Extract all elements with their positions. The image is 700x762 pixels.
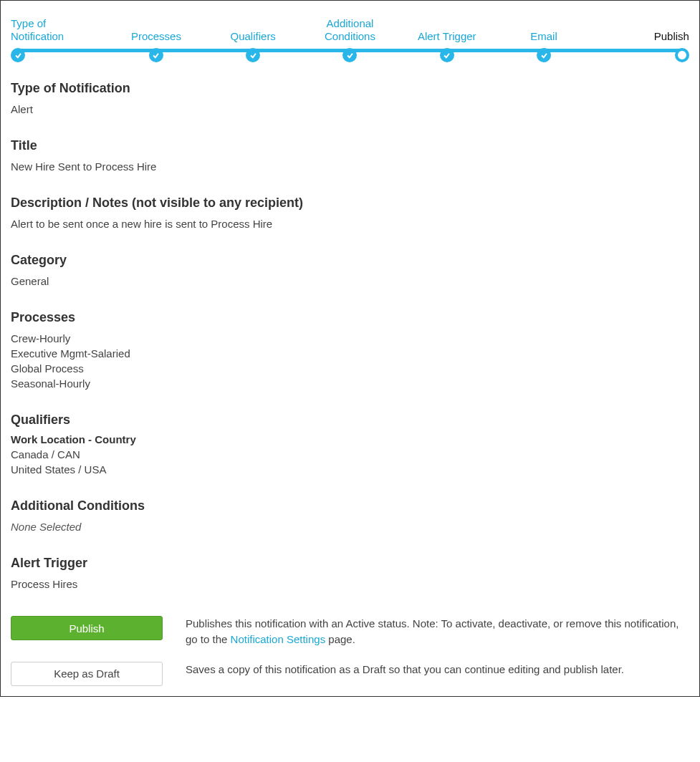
section-additional-conditions: Additional Conditions None Selected (11, 498, 689, 534)
step-label: Publish (654, 16, 689, 44)
actions-area: Publish Publishes this notification with… (11, 616, 689, 686)
list-item: Canada / CAN (11, 447, 689, 462)
section-processes: Processes Crew-HourlyExecutive Mgmt-Sala… (11, 310, 689, 391)
step-current-icon (675, 48, 689, 62)
section-alert-trigger: Alert Trigger Process Hires (11, 556, 689, 592)
list-item: Global Process (11, 361, 689, 376)
section-type-of-notification: Type of Notification Alert (11, 81, 689, 117)
section-value: General (11, 274, 689, 289)
publish-review-page: Type of NotificationProcessesQualifiersA… (0, 0, 700, 697)
check-icon (246, 48, 260, 62)
check-icon (440, 48, 454, 62)
section-value: New Hire Sent to Process Hire (11, 159, 689, 174)
list-item: Crew-Hourly (11, 331, 689, 346)
section-heading: Qualifiers (11, 413, 689, 428)
qualifiers-list: Canada / CANUnited States / USA (11, 447, 689, 477)
section-heading: Additional Conditions (11, 498, 689, 513)
check-icon (342, 48, 357, 62)
step-label: Alert Trigger (418, 16, 476, 44)
publish-row: Publish Publishes this notification with… (11, 616, 689, 647)
notification-settings-link[interactable]: Notification Settings (231, 633, 326, 645)
section-value: Alert to be sent once a new hire is sent… (11, 216, 689, 231)
step-publish: Publish (593, 16, 689, 62)
section-heading: Alert Trigger (11, 556, 689, 571)
section-value: Alert (11, 102, 689, 117)
processes-list: Crew-HourlyExecutive Mgmt-SalariedGlobal… (11, 331, 689, 391)
step-processes[interactable]: Processes (107, 16, 204, 62)
check-icon (537, 48, 551, 62)
list-item: Executive Mgmt-Salaried (11, 346, 689, 361)
list-item: Seasonal-Hourly (11, 376, 689, 391)
step-label: Qualifiers (231, 16, 276, 44)
step-label: Email (530, 16, 557, 44)
keep-as-draft-button[interactable]: Keep as Draft (11, 662, 163, 686)
draft-row: Keep as Draft Saves a copy of this notif… (11, 662, 689, 686)
section-qualifiers: Qualifiers Work Location - Country Canad… (11, 413, 689, 477)
section-value: Process Hires (11, 577, 689, 592)
qualifiers-sub-label: Work Location - Country (11, 433, 689, 445)
step-email[interactable]: Email (495, 16, 592, 62)
publish-desc-after: page. (325, 633, 355, 645)
check-icon (149, 48, 163, 62)
section-title: Title New Hire Sent to Process Hire (11, 138, 689, 174)
step-qualifiers[interactable]: Qualifiers (205, 16, 302, 62)
step-label: Additional Conditions (325, 16, 375, 44)
step-type-of-notification[interactable]: Type of Notification (11, 16, 107, 62)
check-icon (11, 48, 25, 62)
section-heading: Category (11, 253, 689, 268)
section-description: Description / Notes (not visible to any … (11, 196, 689, 231)
wizard-stepper: Type of NotificationProcessesQualifiersA… (11, 9, 689, 62)
step-label: Type of Notification (11, 16, 64, 44)
section-heading: Title (11, 138, 689, 153)
step-additional-conditions[interactable]: Additional Conditions (302, 16, 398, 62)
section-heading: Processes (11, 310, 689, 325)
section-value: None Selected (11, 519, 689, 534)
step-alert-trigger[interactable]: Alert Trigger (398, 16, 495, 62)
publish-button[interactable]: Publish (11, 616, 163, 640)
publish-description: Publishes this notification with an Acti… (186, 616, 689, 647)
section-category: Category General (11, 253, 689, 289)
section-heading: Description / Notes (not visible to any … (11, 196, 689, 211)
draft-description: Saves a copy of this notification as a D… (186, 662, 624, 677)
section-heading: Type of Notification (11, 81, 689, 96)
step-label: Processes (131, 16, 181, 44)
list-item: United States / USA (11, 462, 689, 477)
